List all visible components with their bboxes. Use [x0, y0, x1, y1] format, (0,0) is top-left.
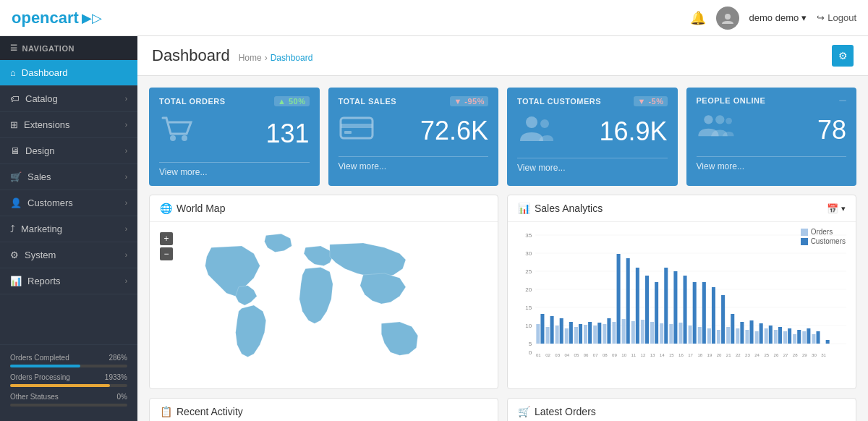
svg-rect-71	[750, 320, 754, 344]
stats-row: TOTAL ORDERS ▲ 50% 131 View more...	[137, 76, 868, 186]
recent-activity-widget: 📋 Recent Activity	[149, 398, 498, 421]
zoom-out-button[interactable]: −	[160, 247, 173, 260]
logo: opencart ▶▷	[12, 9, 102, 27]
svg-point-2	[182, 135, 187, 141]
sidebar-item-label: Customers	[27, 197, 73, 208]
svg-rect-38	[593, 326, 597, 344]
world-map-title: World Map	[176, 203, 225, 214]
sidebar-item-customers-left: 👤 Customers	[10, 197, 73, 208]
world-map-widget: 🌐 World Map + −	[149, 195, 498, 389]
svg-text:17: 17	[688, 353, 693, 357]
svg-text:13: 13	[650, 353, 655, 357]
svg-rect-57	[684, 276, 687, 344]
nav-right: 🔔 demo demo ▾ ↪ Logout	[690, 7, 856, 30]
bell-icon[interactable]: 🔔	[690, 10, 706, 26]
stat-label: Orders Completed	[10, 354, 69, 362]
svg-rect-42	[612, 322, 616, 344]
svg-rect-73	[760, 323, 763, 344]
stat-label-sales: TOTAL SALES	[339, 97, 397, 106]
sidebar-item-reports-left: 📊 Reports	[10, 276, 61, 286]
stat-label-customers: TOTAL CUSTOMERS	[517, 97, 601, 106]
stat-footer-online[interactable]: View more...	[697, 156, 847, 171]
recent-activity-header: 📋 Recent Activity	[150, 399, 498, 421]
svg-rect-37	[588, 322, 592, 344]
sidebar-item-extensions[interactable]: ⊞ Extensions ›	[0, 112, 137, 138]
svg-text:18: 18	[697, 353, 702, 357]
stat-value-orders: 131	[265, 119, 309, 149]
svg-rect-69	[740, 322, 744, 344]
sidebar-item-customers[interactable]: 👤 Customers ›	[0, 190, 137, 216]
chevron-right-icon: ›	[125, 173, 127, 181]
svg-text:24: 24	[754, 353, 760, 357]
stat-card-sales: TOTAL SALES ▼ -95% 72.6K View more...	[328, 88, 499, 186]
dropdown-icon[interactable]: ▾	[841, 204, 846, 213]
stat-body-online: 78	[697, 111, 847, 149]
latest-orders-widget: 🛒 Latest Orders	[507, 398, 856, 421]
stat-footer-sales[interactable]: View more...	[339, 156, 489, 171]
svg-rect-27	[540, 314, 544, 344]
sidebar-item-label: Catalog	[25, 93, 58, 104]
sidebar-item-design[interactable]: 🖥 Design ›	[0, 138, 137, 164]
stat-label: Other Statuses	[10, 393, 59, 401]
svg-text:11: 11	[631, 353, 636, 357]
logout-label: Logout	[827, 12, 856, 23]
sidebar-item-label: Reports	[27, 276, 61, 286]
svg-rect-34	[574, 327, 578, 344]
stat-body-orders: 131	[159, 112, 310, 155]
svg-rect-49	[645, 276, 649, 344]
logout-button[interactable]: ↪ Logout	[817, 12, 856, 23]
svg-text:5: 5	[529, 341, 532, 347]
sidebar-item-sales[interactable]: 🛒 Sales ›	[0, 164, 137, 190]
svg-text:16: 16	[678, 353, 684, 357]
sidebar-item-dashboard[interactable]: ⌂ Dashboard	[0, 60, 137, 86]
svg-point-8	[704, 115, 712, 124]
sales-analytics-header-left: 📊 Sales Analytics	[518, 203, 603, 214]
sidebar-item-reports[interactable]: 📊 Reports ›	[0, 268, 137, 294]
breadcrumb-home[interactable]: Home	[239, 53, 262, 63]
breadcrumb-current: Dashboard	[271, 53, 313, 63]
sidebar-item-marketing[interactable]: ⤴ Marketing ›	[0, 216, 137, 242]
svg-text:31: 31	[821, 353, 826, 357]
legend-dot-orders	[801, 229, 808, 236]
svg-rect-51	[655, 282, 658, 344]
sidebar-item-catalog-left: 🏷 Catalog	[10, 93, 58, 104]
settings-button[interactable]: ⚙	[832, 45, 854, 67]
svg-rect-5	[344, 131, 352, 134]
svg-text:04: 04	[564, 353, 569, 357]
svg-rect-68	[736, 328, 739, 344]
svg-rect-83	[807, 328, 810, 344]
svg-text:08: 08	[603, 353, 608, 357]
chevron-right-icon: ›	[125, 121, 127, 129]
zoom-in-button[interactable]: +	[160, 232, 173, 245]
online-stat-icon	[697, 111, 736, 149]
stat-card-sales-header: TOTAL SALES ▼ -95%	[339, 96, 489, 106]
svg-rect-44	[622, 319, 626, 344]
calendar-icon[interactable]: 📅	[827, 203, 838, 214]
chevron-right-icon: ›	[125, 225, 127, 233]
bar-chart-icon: 📊	[518, 203, 530, 214]
svg-rect-61	[702, 282, 706, 344]
latest-orders-title: Latest Orders	[535, 406, 596, 417]
svg-text:10: 10	[621, 353, 626, 357]
svg-rect-82	[802, 331, 806, 344]
svg-text:28: 28	[793, 353, 798, 357]
hamburger-icon: ☰	[10, 43, 18, 53]
analytics-controls: 📅 ▾	[827, 203, 846, 214]
stat-value: 286%	[109, 354, 127, 362]
svg-text:30: 30	[525, 250, 532, 257]
user-menu[interactable]: demo demo ▾	[749, 12, 807, 23]
svg-rect-35	[579, 324, 582, 344]
svg-rect-50	[650, 322, 654, 344]
svg-text:01: 01	[536, 353, 541, 357]
chart-container: Orders Customers	[508, 222, 856, 388]
stat-badge-sales: ▼ -95%	[450, 96, 488, 106]
svg-rect-39	[597, 323, 601, 344]
stat-footer-orders[interactable]: View more...	[159, 162, 310, 177]
svg-rect-67	[731, 314, 734, 344]
svg-rect-87	[826, 340, 830, 344]
svg-rect-47	[636, 268, 639, 344]
sidebar-item-system[interactable]: ⚙ System ›	[0, 242, 137, 268]
sidebar-item-catalog[interactable]: 🏷 Catalog ›	[0, 86, 137, 112]
stat-footer-customers[interactable]: View more...	[517, 158, 668, 173]
content-header: Dashboard Home › Dashboard ⚙	[137, 36, 868, 76]
